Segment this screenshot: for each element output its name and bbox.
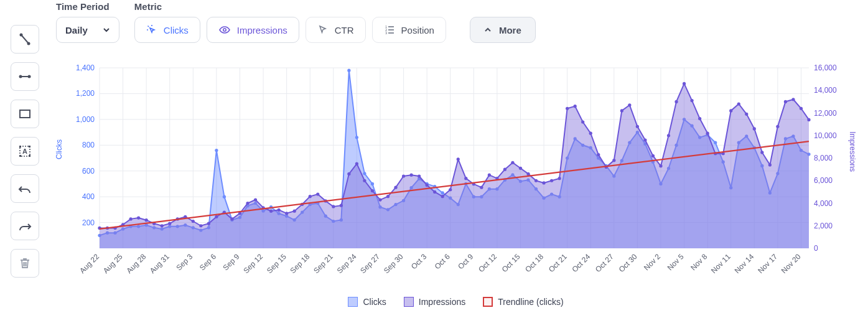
- svg-point-235: [589, 132, 592, 135]
- svg-text:400: 400: [82, 192, 95, 201]
- svg-point-232: [566, 107, 569, 110]
- tool-rect[interactable]: [11, 100, 39, 128]
- svg-point-253: [729, 109, 732, 112]
- undo-icon: [18, 182, 32, 195]
- svg-text:Oct 6: Oct 6: [433, 252, 452, 271]
- svg-point-259: [776, 125, 779, 128]
- svg-point-176: [129, 217, 133, 220]
- svg-text:Oct 12: Oct 12: [477, 252, 498, 274]
- eye-icon: [218, 24, 231, 36]
- legend-clicks: Clicks: [348, 297, 386, 307]
- svg-point-196: [285, 212, 288, 215]
- svg-text:Sep 9: Sep 9: [222, 252, 241, 272]
- svg-point-226: [519, 167, 522, 170]
- time-period-label: Time Period: [56, 1, 119, 12]
- metric-impressions[interactable]: Impressions: [207, 17, 299, 43]
- svg-rect-9: [29, 146, 30, 147]
- controls-row: Time Period Daily Metric Clicks Impressi…: [56, 0, 856, 43]
- svg-point-261: [791, 98, 795, 101]
- svg-point-216: [441, 195, 444, 198]
- chevron-down-icon: [103, 26, 110, 34]
- svg-text:12,000: 12,000: [814, 109, 837, 118]
- metric-group-wrap: Metric Clicks Impressions CTR: [134, 1, 536, 43]
- svg-text:Nov 8: Nov 8: [689, 252, 709, 272]
- svg-point-210: [394, 186, 397, 189]
- trash-icon: [19, 257, 31, 269]
- svg-point-205: [355, 162, 358, 165]
- cursor-click-icon: [146, 24, 157, 35]
- svg-point-219: [464, 177, 467, 180]
- svg-point-217: [449, 188, 452, 191]
- time-period-dropdown[interactable]: Daily: [56, 17, 119, 43]
- line-icon: [18, 32, 32, 46]
- tool-line[interactable]: [11, 25, 39, 54]
- svg-text:3: 3: [385, 31, 388, 35]
- svg-text:Oct 21: Oct 21: [547, 252, 569, 274]
- svg-point-206: [363, 179, 366, 182]
- tool-undo[interactable]: [11, 174, 39, 203]
- svg-point-262: [800, 107, 803, 110]
- svg-point-240: [628, 103, 631, 106]
- more-button[interactable]: More: [470, 17, 536, 43]
- chart[interactable]: 2004006008001,0001,2001,40002,0004,0006,…: [56, 62, 852, 292]
- metric-clicks[interactable]: Clicks: [134, 17, 200, 43]
- svg-point-258: [768, 163, 772, 166]
- svg-point-203: [340, 204, 343, 207]
- svg-point-177: [137, 216, 140, 219]
- swatch-impressions: [404, 297, 414, 307]
- svg-text:Oct 9: Oct 9: [456, 252, 475, 271]
- svg-point-197: [293, 210, 296, 213]
- legend-trend-label: Trendline (clicks): [498, 297, 563, 307]
- svg-text:2,000: 2,000: [814, 222, 833, 230]
- svg-point-233: [574, 105, 577, 108]
- metric-clicks-label: Clicks: [164, 25, 189, 35]
- svg-rect-8: [19, 146, 21, 147]
- svg-text:Nov 11: Nov 11: [709, 252, 732, 275]
- y-left-label: Clicks: [55, 139, 63, 159]
- chevron-up-icon: [484, 26, 492, 34]
- svg-line-2: [21, 35, 29, 44]
- svg-text:Sep 12: Sep 12: [241, 252, 264, 275]
- tool-redo[interactable]: [11, 212, 39, 240]
- text-icon: A: [18, 144, 32, 158]
- svg-point-224: [503, 168, 506, 171]
- svg-point-245: [667, 134, 670, 137]
- metric-position-label: Position: [401, 25, 434, 35]
- svg-text:Sep 27: Sep 27: [358, 252, 381, 275]
- svg-rect-10: [19, 155, 21, 157]
- metric-label: Metric: [134, 1, 536, 12]
- legend-impressions-label: Impressions: [419, 297, 465, 307]
- metric-impressions-label: Impressions: [237, 25, 287, 35]
- svg-point-236: [597, 153, 600, 156]
- svg-text:1,400: 1,400: [76, 63, 95, 72]
- svg-point-241: [636, 125, 639, 128]
- tool-hline[interactable]: [11, 62, 39, 91]
- svg-text:Sep 6: Sep 6: [198, 252, 218, 272]
- svg-point-239: [620, 109, 623, 112]
- svg-point-192: [254, 198, 257, 201]
- svg-text:16,000: 16,000: [814, 63, 837, 72]
- y-right-label: Impressions: [848, 131, 857, 172]
- svg-point-243: [651, 154, 655, 157]
- svg-point-187: [215, 215, 218, 218]
- metric-position[interactable]: 123 Position: [372, 17, 446, 43]
- svg-point-208: [378, 198, 381, 201]
- svg-text:14,000: 14,000: [814, 86, 837, 95]
- swatch-clicks: [348, 297, 358, 307]
- svg-point-227: [526, 172, 530, 176]
- svg-point-221: [480, 186, 483, 189]
- svg-text:10,000: 10,000: [814, 131, 837, 140]
- svg-text:1,200: 1,200: [76, 89, 95, 98]
- svg-point-113: [355, 136, 358, 139]
- svg-point-112: [347, 69, 350, 72]
- svg-point-230: [550, 179, 553, 182]
- metric-ctr[interactable]: CTR: [306, 17, 366, 43]
- tool-trash[interactable]: [11, 249, 39, 278]
- chart-wrap: Clicks Impressions 2004006008001,0001,20…: [56, 62, 856, 307]
- svg-point-215: [433, 190, 436, 194]
- svg-point-211: [402, 174, 405, 177]
- svg-text:Nov 14: Nov 14: [733, 252, 756, 275]
- svg-text:200: 200: [82, 218, 95, 227]
- tool-text[interactable]: A: [11, 137, 39, 166]
- svg-text:Nov 20: Nov 20: [780, 252, 803, 275]
